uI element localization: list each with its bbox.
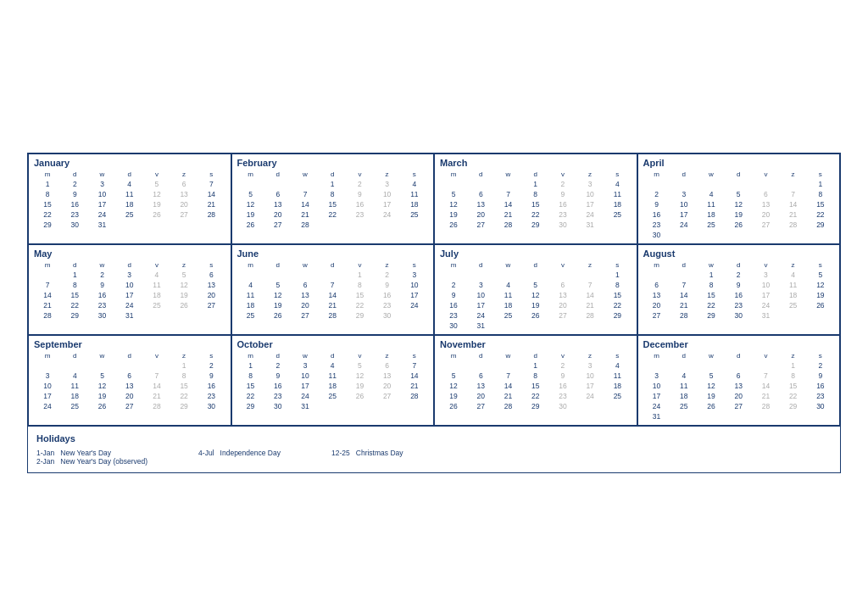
day-cell xyxy=(494,270,521,280)
day-cell: 3 xyxy=(401,270,428,280)
day-cell: 7 xyxy=(494,189,521,199)
day-cell: 10 xyxy=(576,371,604,381)
day-cell: 23 xyxy=(198,391,225,401)
day-cell: 4 xyxy=(698,189,725,199)
day-cell: 26 xyxy=(698,401,725,411)
day-cell: 26 xyxy=(170,300,198,310)
holiday-col-2: 4-Jul Independence Day xyxy=(198,449,281,466)
day-cell: 10 xyxy=(292,371,319,381)
table-row: 1 xyxy=(440,270,632,280)
day-cell: 1 xyxy=(61,270,88,280)
day-cell: 12 xyxy=(698,381,725,391)
day-cell xyxy=(319,270,346,280)
day-header: d xyxy=(319,170,346,179)
holiday-item: 2-Jan New Year's Day (observed) xyxy=(36,457,147,466)
table-row: 30 xyxy=(643,230,835,240)
table-row: 1234567 xyxy=(237,360,429,371)
day-cell: 11 xyxy=(61,381,88,391)
day-header: m xyxy=(34,260,61,270)
month-june: June mdwdvzs1234567891011121314151617181… xyxy=(231,244,435,335)
day-cell: 21 xyxy=(752,391,779,401)
day-cell: 4 xyxy=(780,270,807,280)
day-header: s xyxy=(198,260,225,270)
month-february: February mdwdvzs123456789101112131415161… xyxy=(231,154,435,244)
day-cell: 23 xyxy=(61,209,88,220)
day-cell: 14 xyxy=(752,381,779,391)
day-cell: 17 xyxy=(643,391,670,401)
day-cell: 25 xyxy=(116,209,143,220)
day-cell: 11 xyxy=(116,189,143,199)
day-cell: 25 xyxy=(237,310,264,321)
table-row: mdwdvzs xyxy=(440,260,632,270)
day-cell xyxy=(576,321,604,331)
table-row: 20212223242526 xyxy=(643,300,835,310)
day-cell xyxy=(319,401,346,411)
table-row: 891011121314 xyxy=(237,371,429,381)
month-july: July mdwdvzs1234567891011121314151617181… xyxy=(434,244,637,335)
month-table: mdwdvzs123456789101112131415161718192021… xyxy=(643,351,835,421)
day-cell: 27 xyxy=(725,401,752,411)
day-cell xyxy=(576,270,604,280)
day-cell: 21 xyxy=(494,209,521,220)
day-cell: 2 xyxy=(374,270,401,280)
day-header: v xyxy=(346,170,373,179)
day-cell: 23 xyxy=(88,300,115,310)
day-cell xyxy=(780,411,807,421)
day-header: m xyxy=(237,351,264,360)
day-header: v xyxy=(752,260,779,270)
day-cell xyxy=(346,220,373,230)
day-cell: 29 xyxy=(604,310,631,321)
day-cell: 28 xyxy=(752,401,779,411)
day-cell xyxy=(374,401,401,411)
day-cell: 14 xyxy=(494,199,521,209)
day-cell: 10 xyxy=(670,199,698,209)
day-cell xyxy=(643,360,670,371)
day-cell: 15 xyxy=(170,381,198,391)
day-cell: 24 xyxy=(670,220,698,230)
day-cell xyxy=(170,310,198,321)
day-cell xyxy=(807,230,834,240)
day-cell: 31 xyxy=(576,220,604,230)
table-row: mdwdvzs xyxy=(643,351,835,360)
day-cell: 12 xyxy=(440,381,467,391)
day-cell: 15 xyxy=(237,381,264,391)
table-row: 10111213141516 xyxy=(643,381,835,391)
day-cell xyxy=(346,401,373,411)
day-cell: 7 xyxy=(198,179,225,189)
day-cell: 2 xyxy=(61,179,88,189)
day-header: s xyxy=(401,351,428,360)
day-cell: 23 xyxy=(440,310,467,321)
day-cell: 24 xyxy=(116,300,143,310)
day-cell: 24 xyxy=(401,300,428,310)
day-cell: 10 xyxy=(34,381,61,391)
day-cell: 1 xyxy=(698,270,725,280)
day-cell: 26 xyxy=(807,300,834,310)
day-cell: 7 xyxy=(780,189,807,199)
day-cell: 9 xyxy=(807,371,834,381)
day-cell: 5 xyxy=(698,371,725,381)
day-cell: 16 xyxy=(346,199,373,209)
day-cell xyxy=(88,360,115,371)
day-cell: 9 xyxy=(61,189,88,199)
day-cell: 9 xyxy=(374,280,401,290)
day-cell: 20 xyxy=(467,209,494,220)
table-row: 1234 xyxy=(440,360,632,371)
day-cell: 7 xyxy=(292,189,319,199)
day-cell xyxy=(401,401,428,411)
day-cell: 22 xyxy=(61,300,88,310)
day-cell: 4 xyxy=(401,179,428,189)
day-header: s xyxy=(807,351,834,360)
day-cell: 11 xyxy=(604,189,631,199)
day-cell: 12 xyxy=(143,189,170,199)
day-cell: 18 xyxy=(780,290,807,300)
day-cell: 26 xyxy=(522,310,549,321)
day-cell: 17 xyxy=(576,381,604,391)
table-row: mdwdvzs xyxy=(440,351,632,360)
day-cell: 16 xyxy=(807,381,834,391)
day-header: s xyxy=(604,260,631,270)
day-header: s xyxy=(198,351,225,360)
day-cell: 15 xyxy=(522,199,549,209)
month-table: mdwdvzs123456789101112131415161718192021… xyxy=(34,170,225,230)
day-header: z xyxy=(780,170,807,179)
day-cell: 27 xyxy=(549,310,576,321)
